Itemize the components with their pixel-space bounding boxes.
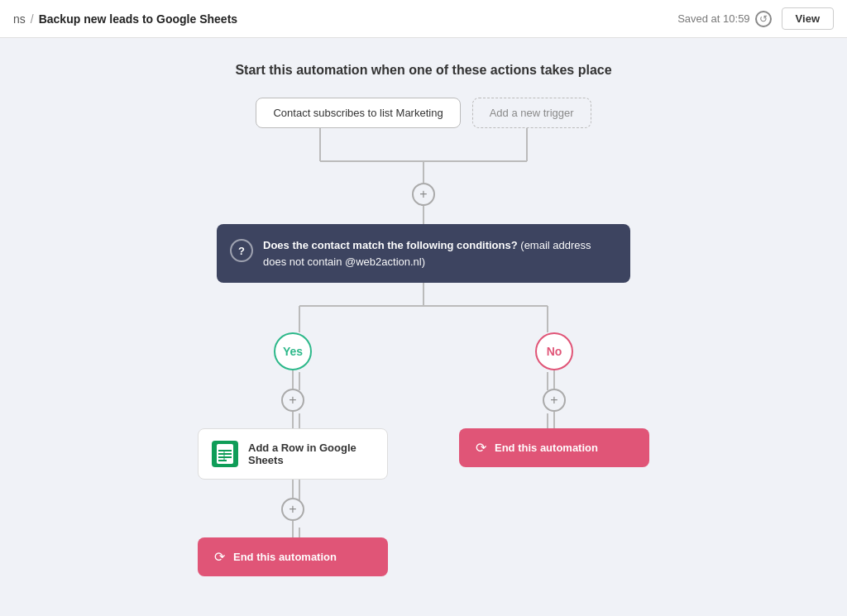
- svg-rect-15: [218, 450, 232, 451]
- yes-branch: Yes + Add a Row i: [198, 332, 388, 576]
- view-button[interactable]: View: [782, 7, 834, 30]
- flow-start-label: Start this automation when one of these …: [51, 63, 796, 78]
- trigger-row: Contact subscribes to list Marketing Add…: [51, 98, 796, 128]
- plus-after-sheets[interactable]: +: [281, 498, 304, 521]
- line-plus-to-end-right: [553, 412, 555, 428]
- svg-rect-17: [218, 456, 232, 458]
- trigger-add-new[interactable]: Add a new trigger: [472, 98, 591, 128]
- flow-diagram: Start this automation when one of these …: [51, 38, 796, 616]
- branch-section: Yes + Add a Row i: [175, 283, 672, 616]
- plus-yes-branch[interactable]: +: [281, 389, 304, 412]
- breadcrumb-sep: /: [31, 12, 34, 26]
- add-row-google-sheets[interactable]: Add a Row in Google Sheets: [198, 428, 388, 480]
- trigger-contact-subscribes[interactable]: Contact subscribes to list Marketing: [256, 98, 460, 128]
- history-icon[interactable]: [755, 11, 772, 27]
- line-plus-to-sheets: [292, 412, 294, 428]
- page-title: Backup new leads to Google Sheets: [39, 12, 237, 26]
- end-icon-left: ⟳: [214, 549, 225, 565]
- trigger-connector: +: [217, 128, 630, 194]
- condition-question-icon: ?: [230, 239, 253, 262]
- line-yes-to-plus: [292, 370, 294, 389]
- svg-rect-18: [218, 460, 227, 461]
- no-circle[interactable]: No: [535, 332, 573, 370]
- plus-no-branch[interactable]: +: [543, 389, 566, 412]
- sheets-icon: [212, 441, 238, 467]
- no-branch: No + ⟳ End this automation: [459, 332, 649, 467]
- end-label-right: End this automation: [495, 442, 598, 454]
- line-no-to-plus: [553, 370, 555, 389]
- header: ns / Backup new leads to Google Sheets S…: [0, 0, 847, 38]
- line-sheets-to-plus2: [292, 480, 294, 498]
- end-automation-left[interactable]: ⟳ End this automation: [198, 537, 388, 576]
- condition-text: Does the contact match the following con…: [263, 237, 614, 270]
- breadcrumb: ns / Backup new leads to Google Sheets: [13, 12, 237, 26]
- svg-rect-16: [218, 453, 232, 455]
- line-plus2-to-end: [292, 521, 294, 537]
- yes-circle[interactable]: Yes: [274, 332, 312, 370]
- header-actions: Saved at 10:59 View: [677, 7, 834, 30]
- line-to-condition: [423, 206, 424, 224]
- end-label-left: End this automation: [233, 551, 337, 563]
- plus-after-triggers[interactable]: +: [412, 183, 435, 206]
- add-row-label: Add a Row in Google Sheets: [248, 442, 374, 466]
- end-automation-right[interactable]: ⟳ End this automation: [459, 428, 649, 467]
- sheets-svg: [216, 443, 234, 465]
- breadcrumb-prefix: ns: [13, 12, 26, 26]
- flow-canvas: Start this automation when one of these …: [0, 38, 847, 616]
- condition-block[interactable]: ? Does the contact match the following c…: [217, 224, 630, 283]
- end-icon-right: ⟳: [476, 440, 486, 456]
- saved-status: Saved at 10:59: [677, 11, 771, 27]
